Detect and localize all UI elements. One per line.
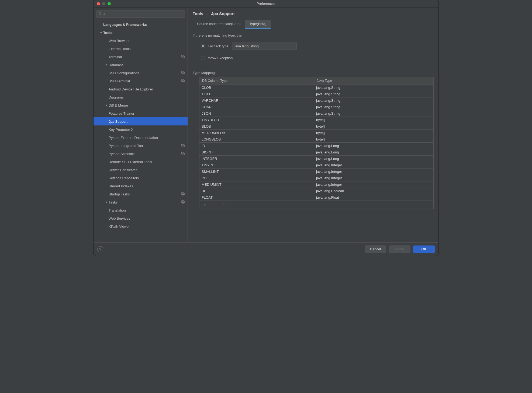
chevron-right-icon[interactable] <box>104 201 109 203</box>
table-row[interactable]: LONGBLOBbyte[] <box>199 136 433 143</box>
java-type-cell[interactable]: java.lang.Integer <box>314 175 433 181</box>
sidebar-item-tasks[interactable]: Tasks <box>94 198 188 206</box>
db-type-cell[interactable]: CHAR <box>199 104 314 110</box>
col-db-type[interactable]: DB Column Type <box>199 77 314 85</box>
sidebar-item-android-device-file-explorer[interactable]: Android Device File Explorer <box>94 85 188 93</box>
java-type-cell[interactable]: java.lang.Integer <box>314 181 433 188</box>
sidebar-item-ssh-terminal[interactable]: SSH Terminal <box>94 77 188 85</box>
radio-icon[interactable] <box>201 44 205 48</box>
sidebar-item-web-services[interactable]: Web Services <box>94 214 188 222</box>
sidebar-item-jpa-support[interactable]: Jpa Support <box>94 117 188 125</box>
db-type-cell[interactable]: ID <box>199 143 314 149</box>
db-type-cell[interactable]: TINYBLOB <box>199 117 314 123</box>
java-type-cell[interactable]: java.lang.String <box>314 85 433 91</box>
db-type-cell[interactable]: FLOAT <box>199 194 314 201</box>
java-type-cell[interactable]: java.lang.Long <box>314 149 433 156</box>
search-input[interactable]: ◀ <box>96 10 185 18</box>
sidebar-item-web-browsers[interactable]: Web Browsers <box>94 37 188 45</box>
table-row[interactable]: BITjava.lang.Boolean <box>199 188 433 194</box>
java-type-cell[interactable]: java.lang.String <box>314 97 433 104</box>
java-type-cell[interactable]: java.lang.String <box>314 104 433 110</box>
java-type-cell[interactable]: java.lang.Integer <box>314 169 433 175</box>
chevron-right-icon[interactable] <box>104 104 109 107</box>
sidebar-item-external-tools[interactable]: External Tools <box>94 45 188 53</box>
table-row[interactable]: BIGINTjava.lang.Long <box>199 149 433 156</box>
radio-icon[interactable] <box>201 56 205 60</box>
sidebar-item-tools[interactable]: Tools <box>94 29 188 37</box>
sidebar-item-shared-indexes[interactable]: Shared Indexes <box>94 182 188 190</box>
sidebar-item-diagrams[interactable]: Diagrams <box>94 93 188 101</box>
sidebar-item-key-promoter-x[interactable]: Key Promoter X <box>94 125 188 134</box>
java-type-cell[interactable]: java.lang.Boolean <box>314 188 433 194</box>
sidebar-item-translation[interactable]: Translation <box>94 206 188 214</box>
table-row[interactable]: VARCHARjava.lang.String <box>199 97 433 104</box>
sidebar-item-xpath-viewer[interactable]: XPath Viewer <box>94 222 188 230</box>
sidebar-item-remote-ssh-external-tools[interactable]: Remote SSH External Tools <box>94 158 188 166</box>
throw-exception-option[interactable]: throw Exception <box>201 53 434 63</box>
cancel-button[interactable]: Cancel <box>365 245 386 253</box>
table-row[interactable]: TEXTjava.lang.String <box>199 91 433 97</box>
table-row[interactable]: INTEGERjava.lang.Long <box>199 156 433 162</box>
sidebar-item-startup-tasks[interactable]: Startup Tasks <box>94 190 188 198</box>
col-java-type[interactable]: Java Type <box>314 77 433 85</box>
java-type-cell[interactable]: java.lang.String <box>314 91 433 97</box>
fallback-type-option[interactable]: Fallback type: java.lang.String <box>201 41 434 51</box>
db-type-cell[interactable]: TEXT <box>199 91 314 97</box>
table-scroll[interactable]: DB Column Type Java Type CLOBjava.lang.S… <box>199 77 433 201</box>
table-row[interactable]: BLOBbyte[] <box>199 123 433 130</box>
table-row[interactable]: IDjava.lang.Long <box>199 143 433 149</box>
sidebar-item-diff-merge[interactable]: Diff & Merge <box>94 101 188 109</box>
sidebar-item-ssh-configurations[interactable]: SSH Configurations <box>94 69 188 77</box>
sidebar-item-languages-frameworks[interactable]: Languages & Frameworks <box>94 20 188 29</box>
java-type-cell[interactable]: byte[] <box>314 130 433 136</box>
table-row[interactable]: TINYINTjava.lang.Integer <box>199 162 433 169</box>
chevron-down-icon[interactable] <box>99 31 103 34</box>
table-row[interactable]: SMALLINTjava.lang.Integer <box>199 169 433 175</box>
sidebar-item-python-integrated-tools[interactable]: Python Integrated Tools <box>94 142 188 150</box>
db-type-cell[interactable]: BIGINT <box>199 149 314 156</box>
db-type-cell[interactable]: VARCHAR <box>199 97 314 104</box>
apply-button[interactable]: Apply <box>389 245 410 253</box>
sidebar-item-database[interactable]: Database <box>94 61 188 69</box>
db-type-cell[interactable]: BLOB <box>199 123 314 130</box>
table-row[interactable]: JSONjava.lang.String <box>199 110 433 117</box>
java-type-cell[interactable]: java.lang.Integer <box>314 162 433 169</box>
ok-button[interactable]: OK <box>413 245 435 253</box>
java-type-cell[interactable]: java.lang.Long <box>314 143 433 149</box>
db-type-cell[interactable]: CLOB <box>199 85 314 91</box>
db-type-cell[interactable]: MEDIUMINT <box>199 181 314 188</box>
java-type-cell[interactable]: java.lang.String <box>314 110 433 117</box>
db-type-cell[interactable]: TINYINT <box>199 162 314 169</box>
tab-source-code-template-beta-[interactable]: Source code template(Beta) <box>193 20 245 29</box>
sidebar-item-python-scientific[interactable]: Python Scientific <box>94 150 188 158</box>
sidebar-item-terminal[interactable]: Terminal <box>94 53 188 61</box>
edit-button[interactable] <box>221 203 225 207</box>
tab-type-beta-[interactable]: Type(Beta) <box>245 20 271 29</box>
db-type-cell[interactable]: LONGBLOB <box>199 136 314 143</box>
table-row[interactable]: INTjava.lang.Integer <box>199 175 433 181</box>
java-type-cell[interactable]: byte[] <box>314 117 433 123</box>
db-type-cell[interactable]: JSON <box>199 110 314 117</box>
add-button[interactable] <box>203 203 207 207</box>
sidebar-item-settings-repository[interactable]: Settings Repository <box>94 174 188 182</box>
java-type-cell[interactable]: java.lang.Long <box>314 156 433 162</box>
db-type-cell[interactable]: INTEGER <box>199 156 314 162</box>
table-row[interactable]: FLOATjava.lang.Float <box>199 194 433 201</box>
db-type-cell[interactable]: SMALLINT <box>199 169 314 175</box>
db-type-cell[interactable]: INT <box>199 175 314 181</box>
settings-tree[interactable]: Languages & FrameworksToolsWeb BrowsersE… <box>94 20 188 242</box>
table-row[interactable]: MEDIUMBLOBbyte[] <box>199 130 433 136</box>
java-type-cell[interactable]: byte[] <box>314 123 433 130</box>
db-type-cell[interactable]: MEDIUMBLOB <box>199 130 314 136</box>
db-type-cell[interactable]: BIT <box>199 188 314 194</box>
help-button[interactable]: ? <box>97 246 103 252</box>
table-row[interactable]: TINYBLOBbyte[] <box>199 117 433 123</box>
sidebar-item-features-trainer[interactable]: Features Trainer <box>94 109 188 117</box>
table-row[interactable]: CHARjava.lang.String <box>199 104 433 110</box>
table-row[interactable]: CLOBjava.lang.String <box>199 85 433 91</box>
remove-button[interactable] <box>212 203 216 207</box>
table-row[interactable]: MEDIUMINTjava.lang.Integer <box>199 181 433 188</box>
java-type-cell[interactable]: java.lang.Float <box>314 194 433 201</box>
sidebar-item-server-certificates[interactable]: Server Certificates <box>94 166 188 174</box>
java-type-cell[interactable]: byte[] <box>314 136 433 143</box>
